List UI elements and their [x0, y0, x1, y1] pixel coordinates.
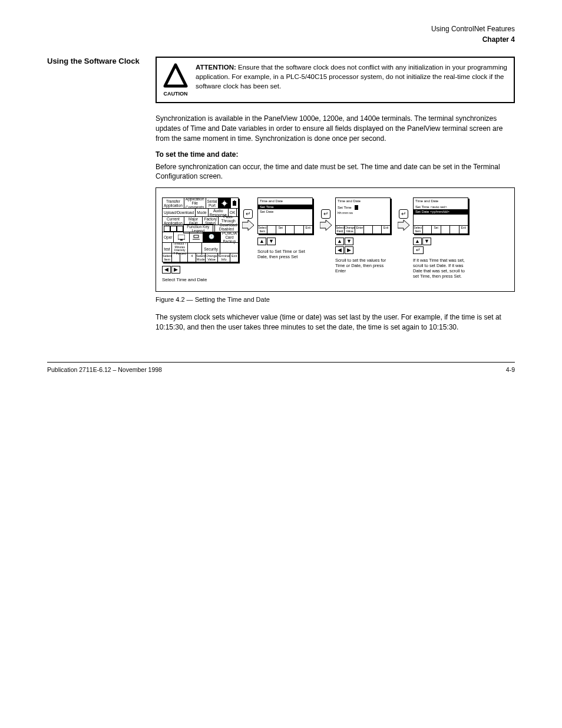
- step4-buttons-ud: ▲ ▼: [413, 238, 431, 245]
- figure-box: Transfer Application Application File Co…: [156, 187, 515, 292]
- sk: [267, 226, 277, 233]
- sk: [373, 226, 382, 233]
- cell-screen-saver: [174, 232, 189, 242]
- paragraph-clock-note: The system clock sets whichever value (t…: [156, 312, 515, 332]
- footer-page-number: 4-9: [506, 366, 515, 373]
- set-time-entry-screen: Time and Date Set Time hh:mm:ss SelectFi…: [335, 197, 391, 234]
- screen-title: Time and Date: [336, 198, 390, 205]
- sk: Select Item: [163, 253, 172, 262]
- menu-set-time: Set Time: [258, 205, 312, 210]
- line-set-time: Set Time: [336, 205, 390, 210]
- softkeys: Select Item Set Exit: [258, 225, 312, 233]
- sk: Terminal Info: [218, 253, 231, 262]
- page-footer: Publication 2711E-6.12 – November 1998 4…: [47, 362, 515, 373]
- down-arrow-icon: ▼: [422, 238, 431, 245]
- attention-body: Ensure that the software clock does not …: [196, 64, 507, 90]
- enter-key-icon: ↵: [243, 209, 253, 219]
- sk: Select Item: [414, 226, 423, 233]
- up-arrow-icon: ▲: [257, 238, 266, 245]
- cell-align-screen: [219, 198, 231, 208]
- softkeys: Select Item Set Exit: [414, 225, 468, 233]
- step4-caption: If it was Time that was set, scroll to s…: [413, 258, 472, 279]
- cell: Application File Comments: [184, 198, 206, 208]
- cell: [237, 209, 239, 216]
- attention-text: ATTENTION: Ensure that the software cloc…: [196, 62, 508, 91]
- up-arrow-icon: ▲: [335, 238, 344, 245]
- cell: Mode: [196, 209, 208, 216]
- enter-key-icon: ↵: [399, 209, 408, 219]
- figure-step-3: Time and Date Set Time hh:mm:ss SelectFi…: [335, 197, 394, 274]
- step3-caption: Scroll to set the values for Time or Dat…: [335, 258, 394, 274]
- cell: Upload/Download: [163, 209, 196, 216]
- enter-key-icon: ↵: [413, 246, 424, 254]
- sk: Exit: [304, 226, 313, 233]
- section-body: CAUTION ATTENTION: Ensure that the softw…: [156, 57, 515, 338]
- down-arrow-icon: ▼: [267, 238, 276, 245]
- step4-buttons-enter: ↵: [413, 246, 431, 254]
- sk: [180, 253, 189, 262]
- footer-publication: Publication 2711E-6.12 – November 1998: [47, 366, 162, 373]
- sk: Exit: [230, 253, 238, 262]
- arrow-1: ↵: [242, 209, 254, 230]
- sk: [364, 226, 373, 233]
- sk: [286, 226, 295, 233]
- screen-title: Time and Date: [258, 198, 312, 205]
- cell-alarm: [190, 232, 203, 242]
- figure-caption: Figure 4.2 — Setting the Time and Date: [156, 295, 515, 304]
- cell: Transfer Application: [163, 198, 184, 208]
- enter-key-icon: ↵: [321, 209, 330, 219]
- sk: SelectField: [336, 226, 345, 233]
- svg-rect-7: [194, 235, 199, 238]
- sk: Select Item: [258, 226, 267, 233]
- attention-box: CAUTION ATTENTION: Ensure that the softw…: [156, 57, 515, 103]
- page-header: Using ControlNet Features Chapter 4: [47, 24, 515, 45]
- left-arrow-icon: ◀: [162, 266, 171, 274]
- figure-step-2: Time and Date Set Time Set Date Select I…: [257, 197, 316, 259]
- cell-time-date-selected: 🕐: [203, 232, 221, 242]
- softkeys: Select Item 4 Select Mode Change Value T…: [163, 253, 238, 262]
- sk: Set: [276, 226, 286, 233]
- sk: [441, 226, 451, 233]
- cell: Current Application: [163, 217, 184, 225]
- sk: Enter: [355, 226, 364, 233]
- svg-rect-4: [234, 200, 235, 201]
- right-arrow-icon: ▶: [345, 246, 353, 254]
- time-date-menu-screen: Time and Date Set Time Set Date Select I…: [257, 197, 313, 234]
- sk: Set: [432, 226, 441, 233]
- sk: [423, 226, 432, 233]
- arrow-3: ↵: [398, 209, 409, 230]
- subheading-set-time: To set the time and date:: [156, 150, 515, 160]
- cell-battery: [231, 198, 238, 208]
- time-date-menu-screen-2: Time and Date Set Time <auto set> Set Da…: [413, 197, 468, 234]
- step3-buttons-lr: ◀ ▶: [335, 246, 353, 254]
- terminal-config-screen: Transfer Application Application File Co…: [162, 197, 239, 262]
- cell-fnkey: Function Key Legend: [163, 225, 215, 232]
- svg-rect-3: [233, 201, 236, 206]
- sk: Exit: [382, 226, 390, 233]
- paragraph-before-sync: Before synchronization can occur, the ti…: [156, 162, 515, 182]
- menu-set-date: Set Date: [258, 209, 312, 215]
- sk: 4: [188, 253, 196, 262]
- cell: Serial Port: [206, 198, 219, 208]
- line-format: hh:mm:ss: [336, 210, 390, 216]
- svg-rect-6: [180, 239, 183, 241]
- line-time-autoset: Set Time <auto set>: [414, 205, 468, 210]
- step3-buttons-ud: ▲ ▼: [335, 238, 353, 245]
- cell: PCMCIA Card Backup: [221, 232, 238, 242]
- step1-buttons: ◀ ▶: [162, 266, 180, 274]
- up-arrow-icon: ▲: [413, 238, 422, 245]
- sk: ChangeValue: [345, 226, 356, 233]
- figure-step-4: Time and Date Set Time <auto set> Set Da…: [413, 197, 472, 279]
- cell: Oper: [163, 232, 174, 242]
- cell: Pass-Through Download: [219, 217, 238, 225]
- left-arrow-icon: ◀: [335, 246, 344, 254]
- down-arrow-icon: ▼: [345, 238, 353, 245]
- caution-label: CAUTION: [163, 90, 189, 98]
- header-subject: Using ControlNet Features: [47, 24, 515, 34]
- sk: Select Mode: [196, 253, 206, 262]
- softkeys: SelectField ChangeValue Enter Exit: [336, 225, 390, 233]
- figure-step-1: Transfer Application Application File Co…: [162, 197, 239, 283]
- cursor-icon: [355, 205, 358, 210]
- step2-caption: Scroll to Set Time or Set Date, then pre…: [257, 249, 316, 259]
- section-label-col: Using the Software Clock: [47, 57, 141, 338]
